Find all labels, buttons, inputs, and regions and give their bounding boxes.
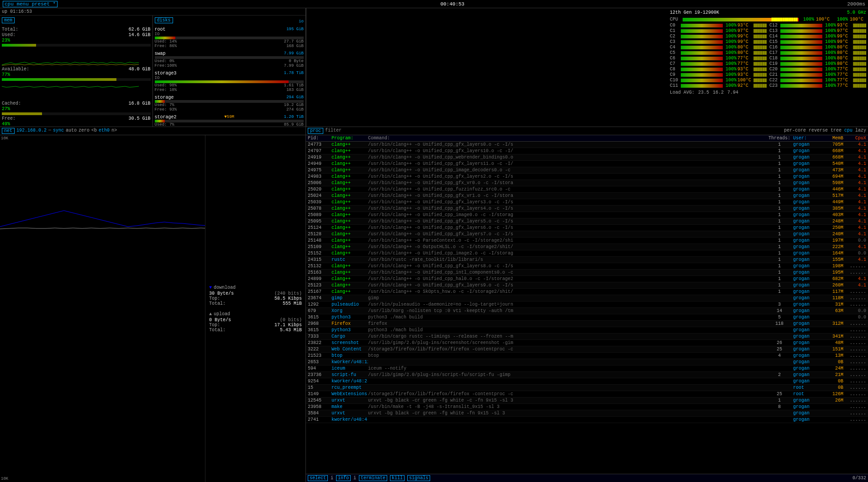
net-sync[interactable]: sync [53, 128, 64, 134]
table-row[interactable]: 594 iceum iceum --notify grogan 24M ....… [306, 365, 868, 372]
table-row[interactable]: 25006 clang++ /usr/bin/clang++ -o Unifie… [306, 180, 868, 186]
col-header-mem[interactable]: MemB [821, 136, 843, 141]
proc-i2[interactable]: i [353, 476, 356, 481]
cpu-info-panel: 12th Gen i9-12900K 5.0 GHz CPU █████████… [670, 10, 866, 125]
table-row[interactable]: 23674 gimp gimp grogan 118M ...... [306, 295, 868, 302]
proc-per-core[interactable]: per-core [784, 128, 806, 134]
cpu-core-row: C4 100% 80°C ██████ C16 100% 80°C ██████ [670, 45, 866, 50]
disk-storage: storage 294 GiB Used: 7%19.2 GiB Free: 9… [155, 95, 304, 112]
table-row[interactable]: 25089 clang++ /usr/bin/clang++ -o Unifie… [306, 212, 868, 218]
disk-section: disks io root 195 GiB IO Used: 14%27.7 G… [153, 16, 306, 127]
cpu-core-row: C7 100% 77°C ██████ C19 100% 80°C ██████ [670, 61, 866, 66]
table-row[interactable]: 679 Xorg /usr/lib/Xorg -nolisten tcp :0 … [306, 308, 868, 314]
table-row[interactable]: 25163 clang++ /usr/bin/clang++ -o Unifie… [306, 270, 868, 276]
table-row[interactable]: 25148 clang++ /usr/bin/clang++ -o ParseC… [306, 238, 868, 244]
proc-table: Pid: Program: Command: Threads: User: Me… [306, 135, 868, 474]
proc-info[interactable]: info [336, 475, 351, 481]
col-header-user[interactable]: User: [793, 136, 821, 141]
net-title: net [2, 128, 15, 134]
table-row[interactable]: 25152 clang++ /usr/bin/clang++ -o Unifie… [306, 250, 868, 257]
table-row[interactable]: 24773 clang++ /usr/bin/clang++ -o Unifie… [306, 142, 868, 148]
table-row[interactable]: 25167 clang++ /usr/bin/clang++ -o SkOpts… [306, 289, 868, 295]
mem-total-row: Total: 62.6 GiB [2, 27, 151, 32]
mem-avail-svg [2, 82, 151, 100]
table-row[interactable]: 2741 kworker/u48:4-ex grogan ...... [306, 417, 868, 423]
net-iface[interactable]: eth0 [99, 128, 110, 134]
table-row[interactable]: 24919 clang++ /usr/bin/clang++ -o Unifie… [306, 154, 868, 161]
table-row[interactable]: 24983 clang++ /usr/bin/clang++ -o Unifie… [306, 174, 868, 180]
table-row[interactable]: 3149 WebExtensions /storage3/firefox/lib… [306, 391, 868, 397]
net-section: net 192.168.0.2 ─ sync auto zero <b eth0… [0, 127, 306, 482]
table-row[interactable]: 25132 clang++ /usr/bin/clang++ -o Unifie… [306, 263, 868, 270]
net-fwd[interactable]: n> [111, 128, 117, 134]
table-row[interactable]: 25024 clang++ /usr/bin/clang++ -o Unifie… [306, 193, 868, 199]
table-row[interactable]: 7333 Cargo /usr/bin/cargo rustc --timing… [306, 334, 868, 340]
cpu-freq: 5.0 GHz [847, 10, 866, 15]
table-row[interactable]: 1292 pulseaudio /usr/bin/pulseaudio --da… [306, 302, 868, 308]
main-layout: up 01:16:53 mem Total: 62.6 GiB Used: 14… [0, 8, 868, 482]
proc-signals[interactable]: signals [407, 475, 430, 481]
cpu-histogram-svg [308, 20, 668, 125]
col-header-pid[interactable]: Pid: [308, 136, 331, 141]
proc-tree[interactable]: tree [831, 128, 842, 134]
col-header-cmd[interactable]: Command: [368, 136, 766, 141]
proc-terminate[interactable]: terminate [359, 475, 387, 481]
table-row[interactable]: 3222 Web Content /storage3/firefox/lib/f… [306, 346, 868, 353]
proc-kill[interactable]: kill [390, 475, 405, 481]
mem-cached-bar [2, 112, 151, 115]
table-row[interactable]: 23822 screenshot /usr/lib/gimp/2.0/plug-… [306, 340, 868, 346]
net-auto[interactable]: auto [66, 128, 77, 134]
cpu-core-row: C10 100% 100°C ██████ C22 100% 77°C ████… [670, 78, 866, 83]
cpu-model: 12th Gen i9-12900K [670, 10, 719, 15]
mem-available-sparkline [2, 82, 151, 100]
proc-i-info[interactable]: i [331, 476, 333, 481]
table-row[interactable]: 25124 clang++ /usr/bin/clang++ -o Unifie… [306, 225, 868, 231]
table-row[interactable]: 3615 python3 python3 ./mach build 5 grog… [306, 314, 868, 321]
mem-cached-pct: 27% [2, 106, 151, 111]
proc-count: 0/332 [852, 476, 866, 481]
table-row[interactable]: 25128 clang++ /usr/bin/clang++ -o Unifie… [306, 231, 868, 238]
table-row[interactable]: 3615 python3 python3 ./mach build grogan… [306, 327, 868, 334]
table-row[interactable]: 2653 kworker/u48:1i-ev grogan 0B ...... [306, 359, 868, 365]
net-dl-rate: 30 Byte/s [209, 291, 234, 296]
cpu-label[interactable]: cpu menu preset * [3, 1, 58, 7]
cpu-overall-label: CPU [670, 17, 681, 22]
table-row[interactable]: 12545 urxvt urxvt -bg black -cr green -f… [306, 397, 868, 404]
bottom-bar: select i info i terminate kill signals 0… [306, 474, 868, 482]
cpu-core-row: C9 100% 93°C ██████ C21 100% 77°C ██████ [670, 72, 866, 77]
disk-io-label: io [299, 19, 304, 24]
net-zero[interactable]: zero [79, 128, 89, 134]
col-header-cpu[interactable]: CpuX [843, 136, 866, 141]
net-header: net 192.168.0.2 ─ sync auto zero <b eth0… [0, 127, 305, 135]
table-row[interactable]: 15 rcu_preempt root 0B ...... [306, 385, 868, 391]
table-row[interactable]: 24975 clang++ /usr/bin/clang++ -o Unifie… [306, 167, 868, 174]
table-row[interactable]: 23736 script-fu /usr/lib/gimp/2.0/plug-i… [306, 372, 868, 378]
table-row[interactable]: 24797 clang++ /usr/bin/clang++ -o Unifie… [306, 148, 868, 154]
net-scale-high: 10K [1, 136, 8, 141]
table-row[interactable]: 25123 clang++ /usr/bin/clang++ -o Unifie… [306, 282, 868, 289]
net-dl-top: 58.5 Kibps [274, 296, 302, 301]
net-download-line [0, 211, 205, 227]
table-row[interactable]: 25109 clang++ /usr/bin/clang++ -o Output… [306, 244, 868, 250]
proc-lazy[interactable]: lazy [855, 128, 866, 134]
col-header-threads[interactable]: Threads: [766, 136, 793, 141]
proc-filter[interactable]: filter [325, 128, 342, 134]
net-back[interactable]: <b [91, 128, 97, 134]
table-row[interactable]: 23958 make /usr/bin/make -t -B -j48 -s-I… [306, 404, 868, 410]
table-row[interactable]: 21523 btop btop 4 grogan 13M ...... [306, 353, 868, 359]
col-header-prog[interactable]: Program: [331, 136, 368, 141]
net-download-stats: ▼ download 30 Byte/s (240 bits) Top: 58.… [209, 285, 302, 306]
table-row[interactable]: 24899 clang++ /usr/bin/clang++ -o Unifie… [306, 276, 868, 282]
table-row[interactable]: 25078 clang++ /usr/bin/clang++ -o Unifie… [306, 206, 868, 212]
table-row[interactable]: 25039 clang++ /usr/bin/clang++ -o Unifie… [306, 199, 868, 206]
table-row[interactable]: 24315 rustc /usr/bin/rustc -rate_toolkit… [306, 257, 868, 263]
table-row[interactable]: 3584 urxvt urxvt -bg black -cr green -fg… [306, 410, 868, 417]
proc-cpu[interactable]: cpu [844, 128, 852, 134]
table-row[interactable]: 25095 clang++ /usr/bin/clang++ -o Unifie… [306, 218, 868, 225]
table-row[interactable]: 9254 kworker/u48:2-ev grogan 0B ...... [306, 378, 868, 385]
proc-select[interactable]: select [308, 475, 328, 481]
proc-reverse[interactable]: reverse [809, 128, 828, 134]
table-row[interactable]: 2968 Firefox firefox 118 grogan 312M ...… [306, 321, 868, 327]
table-row[interactable]: 25020 clang++ /usr/bin/clang++ -o Unifie… [306, 186, 868, 193]
table-row[interactable]: 24949 clang++ /usr/bin/clang++ -o Unifie… [306, 161, 868, 167]
